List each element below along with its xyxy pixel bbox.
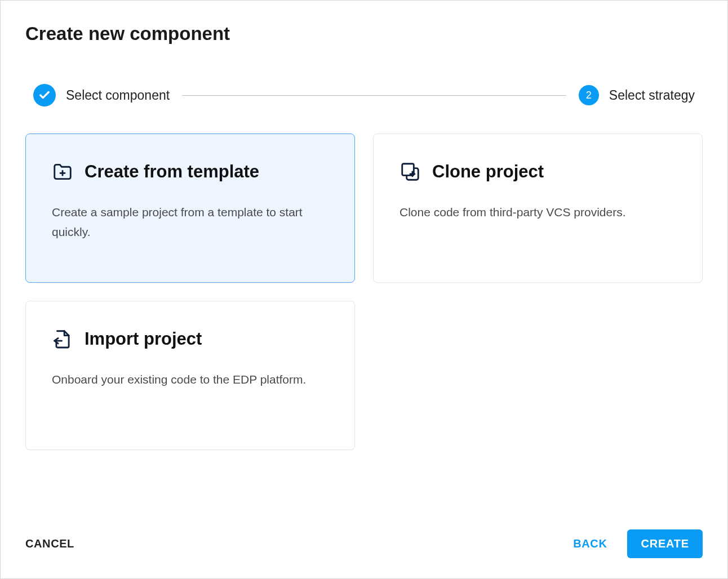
footer-right: BACK CREATE — [573, 529, 703, 558]
cancel-button[interactable]: CANCEL — [25, 537, 74, 550]
card-create-from-template[interactable]: Create from template Create a sample pro… — [25, 133, 355, 283]
card-clone-project[interactable]: Clone project Clone code from third-part… — [373, 133, 703, 283]
step-number-icon: 2 — [579, 85, 599, 105]
dialog-footer: CANCEL BACK CREATE — [25, 529, 703, 558]
create-button[interactable]: CREATE — [627, 529, 703, 558]
file-import-icon — [52, 328, 73, 350]
card-description: Clone code from third-party VCS provider… — [399, 203, 676, 222]
step-connector — [182, 95, 566, 96]
card-description: Onboard your existing code to the EDP pl… — [52, 370, 329, 390]
card-title: Import project — [85, 329, 202, 349]
back-button[interactable]: BACK — [573, 537, 607, 550]
card-header: Clone project — [399, 161, 676, 182]
card-title: Create from template — [85, 162, 259, 182]
card-header: Create from template — [52, 161, 329, 182]
folder-plus-icon — [52, 161, 73, 182]
dialog-title: Create new component — [25, 23, 703, 44]
card-header: Import project — [52, 328, 329, 350]
step-label: Select component — [66, 88, 170, 103]
step-select-component: Select component — [33, 84, 170, 106]
step-complete-icon — [33, 84, 56, 106]
card-title: Clone project — [432, 162, 544, 182]
card-description: Create a sample project from a template … — [52, 203, 329, 242]
step-label: Select strategy — [609, 88, 695, 103]
stepper: Select component 2 Select strategy — [25, 84, 703, 106]
copy-plus-icon — [399, 161, 421, 182]
strategy-cards: Create from template Create a sample pro… — [25, 133, 703, 513]
create-component-dialog: Create new component Select component 2 … — [0, 0, 728, 579]
step-select-strategy: 2 Select strategy — [579, 85, 695, 105]
card-import-project[interactable]: Import project Onboard your existing cod… — [25, 301, 355, 450]
